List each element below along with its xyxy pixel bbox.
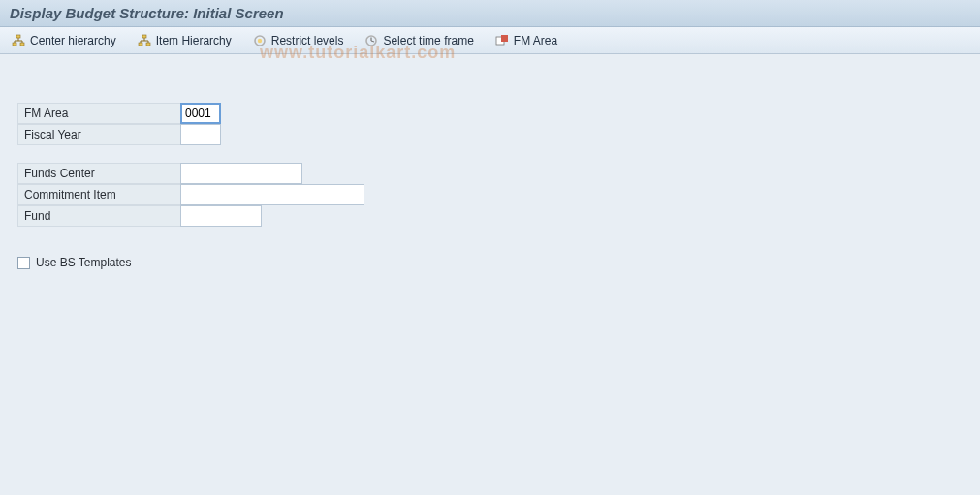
- label-use-bs-templates: Use BS Templates: [36, 256, 132, 269]
- toolbar-label: FM Area: [514, 34, 557, 47]
- select-time-frame-button[interactable]: Select time frame: [361, 32, 477, 49]
- svg-rect-0: [16, 35, 20, 38]
- input-commitment-item[interactable]: [180, 184, 364, 205]
- restrict-levels-button[interactable]: Restrict levels: [249, 32, 348, 49]
- input-fund[interactable]: [180, 205, 262, 227]
- hierarchy-icon: [138, 34, 151, 47]
- input-fiscal-year[interactable]: [180, 124, 221, 145]
- svg-rect-7: [142, 35, 146, 38]
- titlebar: Display Budget Structure: Initial Screen: [0, 0, 980, 27]
- svg-rect-13: [146, 43, 150, 46]
- row-fund: Fund: [17, 205, 963, 227]
- content-area: FM Area Fiscal Year Funds Center Commitm…: [0, 54, 980, 291]
- label-fund: Fund: [17, 205, 180, 227]
- checkbox-use-bs-templates[interactable]: [17, 257, 30, 269]
- row-commitment-item: Commitment Item: [17, 184, 963, 205]
- app-toolbar: Center hierarchy Item Hierarchy Restrict…: [0, 27, 980, 54]
- center-hierarchy-button[interactable]: Center hierarchy: [8, 32, 120, 49]
- toolbar-label: Restrict levels: [271, 34, 344, 47]
- svg-line-18: [371, 41, 374, 42]
- input-fm-area[interactable]: [180, 103, 221, 124]
- svg-point-15: [258, 38, 262, 42]
- fm-area-button[interactable]: FM Area: [491, 32, 561, 49]
- page-title: Display Budget Structure: Initial Screen: [10, 5, 284, 21]
- svg-rect-6: [20, 43, 24, 46]
- item-hierarchy-button[interactable]: Item Hierarchy: [134, 32, 236, 49]
- row-funds-center: Funds Center: [17, 163, 963, 184]
- hierarchy-icon: [12, 34, 25, 47]
- restrict-icon: [253, 34, 267, 47]
- label-fm-area: FM Area: [17, 103, 180, 124]
- label-funds-center: Funds Center: [17, 163, 180, 184]
- svg-rect-12: [139, 43, 142, 46]
- toolbar-label: Item Hierarchy: [156, 34, 232, 47]
- field-group-assignment: Funds Center Commitment Item Fund: [17, 163, 963, 227]
- toolbar-label: Center hierarchy: [30, 34, 116, 47]
- toolbar-label: Select time frame: [383, 34, 473, 47]
- svg-rect-20: [501, 35, 508, 42]
- clock-icon: [364, 34, 378, 47]
- input-funds-center[interactable]: [180, 163, 302, 184]
- label-commitment-item: Commitment Item: [17, 184, 180, 205]
- svg-rect-5: [13, 43, 16, 46]
- row-use-bs-templates: Use BS Templates: [17, 252, 963, 273]
- field-group-header: FM Area Fiscal Year: [17, 103, 963, 145]
- label-fiscal-year: Fiscal Year: [17, 124, 180, 145]
- row-fm-area: FM Area: [17, 103, 963, 124]
- row-fiscal-year: Fiscal Year: [17, 124, 963, 145]
- fm-area-icon: [495, 34, 509, 47]
